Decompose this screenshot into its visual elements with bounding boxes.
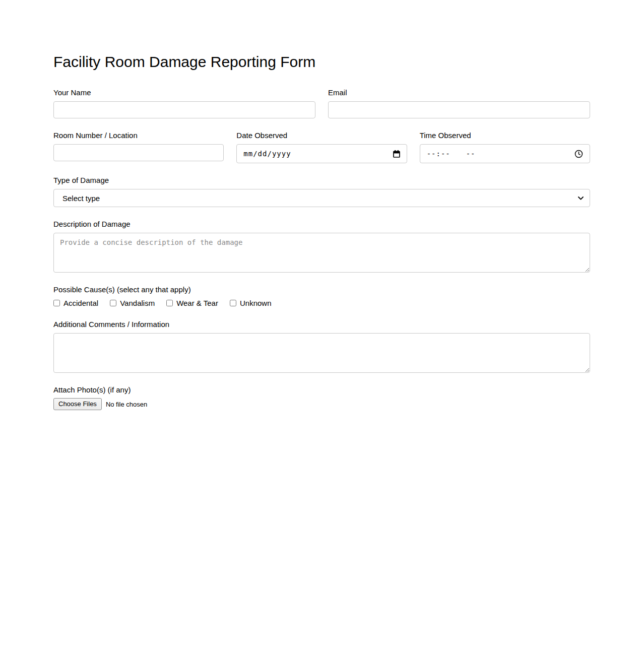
field-comments: Additional Comments / Information	[53, 320, 590, 373]
clock-icon[interactable]	[574, 150, 583, 158]
vandalism-label: Vandalism	[120, 299, 155, 307]
type-of-damage-select[interactable]: Select type	[53, 189, 590, 207]
type-of-damage-selected-value: Select type	[62, 194, 100, 203]
accidental-label: Accidental	[63, 299, 98, 307]
your-name-label: Your Name	[53, 89, 315, 97]
unknown-label: Unknown	[240, 299, 272, 307]
time-observed-label: Time Observed	[420, 132, 590, 140]
file-status-text: No file chosen	[106, 401, 147, 408]
checkbox-item-vandalism[interactable]: Vandalism	[110, 299, 155, 307]
field-email: Email	[328, 89, 590, 118]
comments-textarea[interactable]	[53, 333, 590, 373]
unknown-checkbox[interactable]	[230, 300, 236, 306]
checkbox-item-accidental[interactable]: Accidental	[53, 299, 98, 307]
vandalism-checkbox[interactable]	[110, 300, 116, 306]
time-placeholder-text: --:-- --	[427, 150, 476, 158]
checkbox-item-unknown[interactable]: Unknown	[230, 299, 272, 307]
date-observed-input[interactable]: mm/dd/yyyy	[236, 144, 407, 163]
row-room-date-time: Room Number / Location Date Observed mm/…	[53, 132, 590, 163]
checkbox-item-wear-tear[interactable]: Wear & Tear	[166, 299, 218, 307]
comments-label: Additional Comments / Information	[53, 320, 590, 329]
damage-report-form: Your Name Email Room Number / Location D…	[53, 89, 590, 410]
wear-tear-checkbox[interactable]	[166, 300, 173, 306]
description-label: Description of Damage	[53, 220, 590, 228]
chevron-down-icon	[578, 196, 584, 200]
file-input-row: Choose Files No file chosen	[53, 398, 590, 410]
accidental-checkbox[interactable]	[53, 300, 60, 306]
field-your-name: Your Name	[53, 89, 315, 118]
field-attach-photos: Attach Photo(s) (if any) Choose Files No…	[53, 386, 590, 410]
wear-tear-label: Wear & Tear	[176, 299, 218, 307]
attach-photos-label: Attach Photo(s) (if any)	[53, 386, 590, 394]
calendar-icon[interactable]	[393, 150, 400, 158]
date-observed-label: Date Observed	[236, 132, 407, 140]
causes-checkbox-row: Accidental Vandalism Wear & Tear Unknown	[53, 299, 590, 307]
field-time-observed: Time Observed --:-- --	[420, 132, 590, 163]
time-observed-input[interactable]: --:-- --	[420, 144, 590, 163]
email-label: Email	[328, 89, 590, 97]
field-description: Description of Damage	[53, 220, 590, 273]
possible-causes-label: Possible Cause(s) (select any that apply…	[53, 286, 590, 294]
field-date-observed: Date Observed mm/dd/yyyy	[236, 132, 407, 163]
field-possible-causes: Possible Cause(s) (select any that apply…	[53, 286, 590, 307]
your-name-input[interactable]	[53, 101, 315, 118]
description-textarea[interactable]	[53, 233, 590, 273]
room-location-label: Room Number / Location	[53, 132, 224, 140]
field-room-location: Room Number / Location	[53, 132, 224, 163]
form-container: Facility Room Damage Reporting Form Your…	[53, 0, 590, 410]
date-placeholder-text: mm/dd/yyyy	[243, 150, 291, 158]
email-input[interactable]	[328, 101, 590, 118]
row-name-email: Your Name Email	[53, 89, 590, 118]
field-type-of-damage: Type of Damage Select type	[53, 176, 590, 207]
choose-files-button[interactable]: Choose Files	[53, 398, 102, 410]
type-of-damage-label: Type of Damage	[53, 176, 590, 184]
page-title: Facility Room Damage Reporting Form	[53, 0, 590, 71]
room-location-input[interactable]	[53, 144, 224, 161]
